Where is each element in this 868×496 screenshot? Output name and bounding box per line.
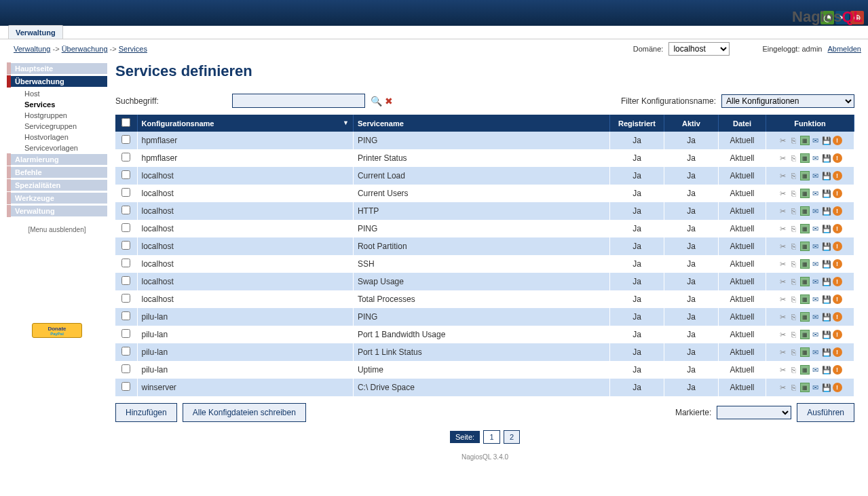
download-icon[interactable]: ✉ (811, 136, 820, 145)
download-icon[interactable]: ✉ (811, 365, 820, 375)
copy-icon[interactable]: ⎘ (789, 171, 799, 180)
edit-icon[interactable]: ✂ (778, 136, 788, 145)
row-checkbox[interactable] (121, 241, 130, 250)
save-icon[interactable]: 💾 (822, 136, 831, 145)
activate-icon[interactable]: ▦ (800, 189, 810, 198)
cell-config[interactable]: pilu-lan (137, 308, 353, 326)
col-active[interactable]: Aktiv (664, 115, 719, 132)
activate-icon[interactable]: ▦ (800, 171, 810, 180)
info-icon[interactable]: ! (833, 259, 842, 269)
edit-icon[interactable]: ✂ (778, 312, 788, 322)
copy-icon[interactable]: ⎘ (789, 224, 799, 233)
cell-service[interactable]: SSH (353, 255, 609, 273)
edit-icon[interactable]: ✂ (778, 294, 788, 304)
breadcrumb-verwaltung[interactable]: Verwaltung (14, 45, 50, 53)
copy-icon[interactable]: ⎘ (789, 365, 799, 375)
download-icon[interactable]: ✉ (811, 383, 820, 392)
cell-config[interactable]: hpmflaser (137, 132, 353, 149)
download-icon[interactable]: ✉ (811, 330, 820, 339)
donate-button[interactable]: Donate PayPal (32, 323, 82, 338)
col-service[interactable]: Servicename (353, 115, 609, 132)
download-icon[interactable]: ✉ (811, 259, 820, 269)
cell-service[interactable]: Current Load (353, 167, 609, 185)
sidebar-item-verwaltung[interactable]: Verwaltung (7, 205, 107, 217)
info-icon[interactable]: ! (833, 330, 842, 339)
copy-icon[interactable]: ⎘ (789, 136, 799, 145)
info-icon[interactable]: ! (833, 347, 842, 357)
info-icon[interactable]: ! (833, 136, 842, 145)
info-icon[interactable]: ! (833, 189, 842, 198)
sidebar-sub-services[interactable]: Services (7, 99, 107, 110)
edit-icon[interactable]: ✂ (778, 259, 788, 269)
copy-icon[interactable]: ⎘ (789, 206, 799, 216)
col-reg[interactable]: Registriert (610, 115, 664, 132)
search-icon[interactable]: 🔍 (371, 96, 382, 107)
edit-icon[interactable]: ✂ (778, 224, 788, 233)
save-icon[interactable]: 💾 (822, 242, 831, 251)
download-icon[interactable]: ✉ (811, 189, 820, 198)
copy-icon[interactable]: ⎘ (789, 312, 799, 322)
filter-config-select[interactable]: Alle Konfigurationen (721, 94, 854, 108)
cell-config[interactable]: localhost (137, 273, 353, 290)
save-icon[interactable]: 💾 (822, 277, 831, 286)
cell-service[interactable]: Current Users (353, 185, 609, 202)
cell-config[interactable]: localhost (137, 237, 353, 255)
edit-icon[interactable]: ✂ (778, 277, 788, 286)
cell-config[interactable]: pilu-lan (137, 361, 353, 379)
info-icon[interactable]: ! (833, 312, 842, 322)
activate-icon[interactable]: ▦ (800, 294, 810, 304)
activate-icon[interactable]: ▦ (800, 312, 810, 322)
select-all-checkbox[interactable] (121, 118, 130, 127)
cell-config[interactable]: pilu-lan (137, 343, 353, 361)
row-checkbox[interactable] (121, 294, 130, 303)
tab-verwaltung[interactable]: Verwaltung (8, 25, 63, 39)
copy-icon[interactable]: ⎘ (789, 330, 799, 339)
info-icon[interactable]: ! (833, 365, 842, 375)
cell-config[interactable]: pilu-lan (137, 326, 353, 343)
info-icon[interactable]: ! (833, 242, 842, 251)
save-icon[interactable]: 💾 (822, 171, 831, 180)
cell-service[interactable]: Total Processes (353, 290, 609, 308)
sidebar-item-befehle[interactable]: Befehle (7, 166, 107, 178)
info-icon[interactable]: ! (833, 224, 842, 233)
activate-icon[interactable]: ▦ (800, 347, 810, 357)
row-checkbox[interactable] (121, 259, 130, 267)
save-icon[interactable]: 💾 (822, 259, 831, 269)
sidebar-item-spezialitäten[interactable]: Spezialitäten (7, 179, 107, 191)
info-icon[interactable]: ! (833, 171, 842, 180)
activate-icon[interactable]: ▦ (800, 277, 810, 286)
row-checkbox[interactable] (121, 364, 130, 373)
cell-config[interactable]: localhost (137, 290, 353, 308)
save-icon[interactable]: 💾 (822, 347, 831, 357)
write-all-button[interactable]: Alle Konfigdateien schreiben (183, 403, 306, 422)
cell-config[interactable]: winserver (137, 379, 353, 396)
save-icon[interactable]: 💾 (822, 383, 831, 392)
download-icon[interactable]: ✉ (811, 242, 820, 251)
save-icon[interactable]: 💾 (822, 153, 831, 163)
save-icon[interactable]: 💾 (822, 330, 831, 339)
download-icon[interactable]: ✉ (811, 206, 820, 216)
download-icon[interactable]: ✉ (811, 312, 820, 322)
col-config[interactable]: Konfigurationsname▼ (137, 115, 353, 132)
activate-icon[interactable]: ▦ (800, 224, 810, 233)
cell-service[interactable]: Printer Status (353, 149, 609, 167)
copy-icon[interactable]: ⎘ (789, 347, 799, 357)
activate-icon[interactable]: ▦ (800, 136, 810, 145)
download-icon[interactable]: ✉ (811, 171, 820, 180)
sidebar-sub-host[interactable]: Host (7, 88, 107, 99)
copy-icon[interactable]: ⎘ (789, 259, 799, 269)
activate-icon[interactable]: ▦ (800, 365, 810, 375)
copy-icon[interactable]: ⎘ (789, 383, 799, 392)
row-checkbox[interactable] (121, 329, 130, 338)
row-checkbox[interactable] (121, 135, 130, 144)
domain-select[interactable]: localhost (668, 42, 730, 56)
row-checkbox[interactable] (121, 170, 130, 179)
sidebar-item-alarmierung[interactable]: Alarmierung (7, 153, 107, 166)
activate-icon[interactable]: ▦ (800, 259, 810, 269)
cell-service[interactable]: HTTP (353, 202, 609, 220)
sidebar-sub-hostvorlagen[interactable]: Hostvorlagen (7, 132, 107, 142)
save-icon[interactable]: 💾 (822, 312, 831, 322)
copy-icon[interactable]: ⎘ (789, 189, 799, 198)
edit-icon[interactable]: ✂ (778, 171, 788, 180)
sidebar-sub-servicevorlagen[interactable]: Servicevorlagen (7, 142, 107, 153)
